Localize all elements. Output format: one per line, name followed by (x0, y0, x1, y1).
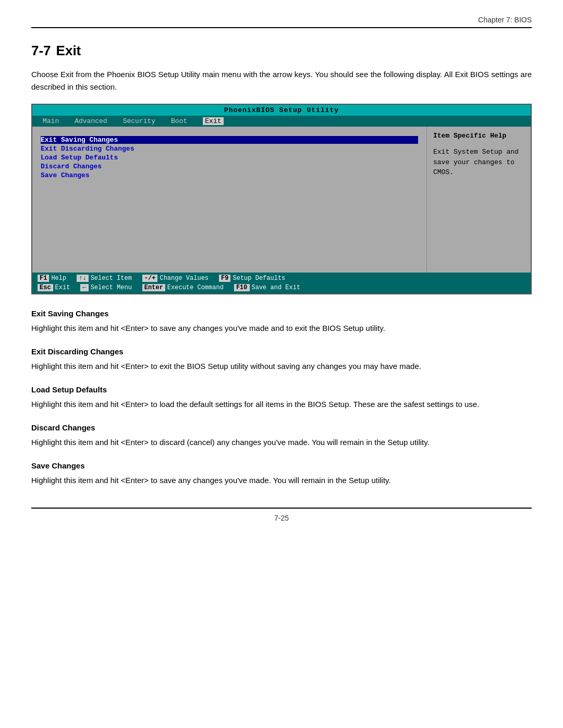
bios-menu-boot: Boot (171, 117, 187, 125)
bios-footer-enter: Enter Execute Command (142, 284, 224, 291)
bios-key-left: ← (80, 284, 88, 291)
bios-help-text: Exit System Setup and save your changes … (433, 147, 524, 178)
text-discard-changes: Highlight this item and hit <Enter> to d… (31, 436, 532, 449)
bios-menu-main: Main (43, 117, 59, 125)
bios-footer: F1 Help ↑↓ Select Item -/+ Change Values… (32, 273, 531, 293)
bios-desc-change-values: Change Values (160, 275, 209, 282)
bios-option-save-changes: Save Changes (41, 171, 418, 179)
bios-option-load-defaults: Load Setup Defaults (41, 154, 418, 162)
heading-save-changes: Save Changes (31, 461, 532, 470)
subsection-save-changes: Save Changes Highlight this item and hit… (31, 461, 532, 487)
intro-paragraph: Choose Exit from the Phoenix BIOS Setup … (31, 68, 532, 93)
bios-footer-row2: Esc Exit ← Select Menu Enter Execute Com… (38, 283, 525, 292)
subsection-discard-changes: Discard Changes Highlight this item and … (31, 423, 532, 449)
bios-option-discard-changes: Discard Changes (41, 163, 418, 170)
section-title: 7-7 Exit (31, 43, 532, 59)
bios-footer-row1: F1 Help ↑↓ Select Item -/+ Change Values… (38, 274, 525, 283)
bios-desc-execute: Execute Command (167, 284, 224, 291)
text-load-defaults: Highlight this item and hit <Enter> to l… (31, 398, 532, 411)
bios-key-f1: F1 (38, 275, 49, 282)
bios-key-arrows: ↑↓ (77, 275, 88, 282)
chapter-header: Chapter 7: BIOS (31, 16, 532, 28)
heading-exit-saving: Exit Saving Changes (31, 309, 532, 318)
text-exit-discarding: Highlight this item and hit <Enter> to e… (31, 360, 532, 373)
bios-footer-left: ← Select Menu (80, 284, 131, 291)
subsection-load-defaults: Load Setup Defaults Highlight this item … (31, 385, 532, 411)
text-save-changes: Highlight this item and hit <Enter> to s… (31, 474, 532, 487)
heading-load-defaults: Load Setup Defaults (31, 385, 532, 394)
bios-key-enter: Enter (142, 284, 165, 291)
bios-footer-f1: F1 Help (38, 275, 66, 282)
bios-menu-advanced: Advanced (75, 117, 107, 125)
heading-exit-discarding: Exit Discarding Changes (31, 347, 532, 356)
subsection-exit-saving: Exit Saving Changes Highlight this item … (31, 309, 532, 335)
page-footer: 7-25 (31, 508, 532, 522)
bios-menu-bar: Main Advanced Security Boot Exit (32, 116, 531, 127)
text-exit-saving: Highlight this item and hit <Enter> to s… (31, 322, 532, 335)
bios-desc-select-menu: Select Menu (91, 284, 132, 291)
bios-key-f10: F10 (234, 284, 250, 291)
bios-desc-exit: Exit (55, 284, 70, 291)
bios-footer-arrows: ↑↓ Select Item (77, 275, 132, 282)
bios-options-list: Exit Saving Changes Exit Discarding Chan… (41, 136, 418, 179)
bios-key-f9: F9 (219, 275, 230, 282)
bios-help-title: Item Specific Help (433, 132, 524, 140)
page-number: 7-25 (274, 514, 289, 522)
section-name: Exit (56, 43, 81, 59)
bios-desc-setup-defaults: Setup Defaults (232, 275, 285, 282)
bios-help-panel: Item Specific Help Exit System Setup and… (426, 127, 531, 273)
section-number: 7-7 (31, 43, 51, 59)
bios-option-exit-saving: Exit Saving Changes (41, 136, 418, 144)
bios-left-panel: Exit Saving Changes Exit Discarding Chan… (32, 127, 426, 273)
bios-key-plusminus: -/+ (142, 275, 158, 282)
bios-desc-save-exit: Save and Exit (252, 284, 301, 291)
bios-desc-select-item: Select Item (91, 275, 132, 282)
bios-menu-security: Security (123, 117, 155, 125)
bios-key-esc: Esc (38, 284, 53, 291)
bios-body: Exit Saving Changes Exit Discarding Chan… (32, 127, 531, 273)
bios-footer-f10: F10 Save and Exit (234, 284, 300, 291)
bios-menu-exit: Exit (203, 117, 223, 125)
bios-screenshot: PhoenixBIOS Setup Utility Main Advanced … (31, 104, 532, 294)
bios-option-exit-discarding: Exit Discarding Changes (41, 145, 418, 153)
bios-footer-plusminus: -/+ Change Values (142, 275, 209, 282)
heading-discard-changes: Discard Changes (31, 423, 532, 432)
subsection-exit-discarding: Exit Discarding Changes Highlight this i… (31, 347, 532, 373)
bios-title-bar: PhoenixBIOS Setup Utility (32, 105, 531, 116)
bios-desc-help: Help (51, 275, 66, 282)
bios-footer-esc: Esc Exit (38, 284, 70, 291)
bios-footer-f9: F9 Setup Defaults (219, 275, 285, 282)
